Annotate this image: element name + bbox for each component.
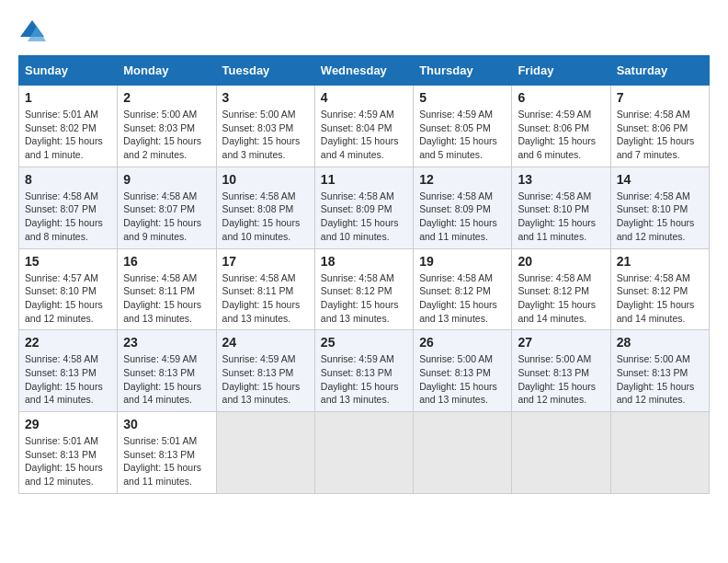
calendar-cell: 11 Sunrise: 4:58 AM Sunset: 8:09 PM Dayl… xyxy=(314,167,413,248)
day-info: Sunrise: 5:00 AM Sunset: 8:03 PM Dayligh… xyxy=(222,108,309,162)
calendar-cell: 17 Sunrise: 4:58 AM Sunset: 8:11 PM Dayl… xyxy=(216,248,314,330)
calendar-cell: 26 Sunrise: 5:00 AM Sunset: 8:13 PM Dayl… xyxy=(414,330,512,412)
calendar-cell: 3 Sunrise: 5:00 AM Sunset: 8:03 PM Dayli… xyxy=(216,86,314,167)
day-info: Sunrise: 4:58 AM Sunset: 8:11 PM Dayligh… xyxy=(123,271,210,326)
day-number: 22 xyxy=(25,335,111,350)
day-info: Sunrise: 4:58 AM Sunset: 8:09 PM Dayligh… xyxy=(419,190,506,244)
calendar-cell: 1 Sunrise: 5:01 AM Sunset: 8:02 PM Dayli… xyxy=(19,86,118,167)
day-info: Sunrise: 5:00 AM Sunset: 8:13 PM Dayligh… xyxy=(419,352,506,407)
day-number: 7 xyxy=(617,90,703,105)
day-number: 28 xyxy=(617,335,703,350)
day-number: 1 xyxy=(25,90,111,105)
calendar-cell: 12 Sunrise: 4:58 AM Sunset: 8:09 PM Dayl… xyxy=(414,167,512,248)
logo-icon xyxy=(18,18,46,46)
day-number: 25 xyxy=(321,335,407,350)
day-info: Sunrise: 4:58 AM Sunset: 8:10 PM Dayligh… xyxy=(617,190,703,244)
header-sunday: Sunday xyxy=(19,56,118,86)
calendar-header-row: SundayMondayTuesdayWednesdayThursdayFrid… xyxy=(19,56,710,86)
day-info: Sunrise: 4:59 AM Sunset: 8:05 PM Dayligh… xyxy=(419,108,506,162)
day-info: Sunrise: 4:58 AM Sunset: 8:13 PM Dayligh… xyxy=(25,352,111,407)
calendar-cell xyxy=(512,412,610,494)
calendar-cell: 5 Sunrise: 4:59 AM Sunset: 8:05 PM Dayli… xyxy=(414,86,512,167)
calendar-cell: 15 Sunrise: 4:57 AM Sunset: 8:10 PM Dayl… xyxy=(19,248,118,330)
day-info: Sunrise: 4:59 AM Sunset: 8:13 PM Dayligh… xyxy=(123,352,210,407)
day-info: Sunrise: 5:01 AM Sunset: 8:13 PM Dayligh… xyxy=(25,434,111,488)
page-header xyxy=(18,18,710,46)
day-info: Sunrise: 4:58 AM Sunset: 8:07 PM Dayligh… xyxy=(123,190,210,244)
calendar-cell: 18 Sunrise: 4:58 AM Sunset: 8:12 PM Dayl… xyxy=(314,248,413,330)
day-info: Sunrise: 4:59 AM Sunset: 8:04 PM Dayligh… xyxy=(321,108,407,162)
calendar-cell: 13 Sunrise: 4:58 AM Sunset: 8:10 PM Dayl… xyxy=(512,167,610,248)
calendar-cell: 27 Sunrise: 5:00 AM Sunset: 8:13 PM Dayl… xyxy=(512,330,610,412)
calendar-cell: 14 Sunrise: 4:58 AM Sunset: 8:10 PM Dayl… xyxy=(610,167,709,248)
calendar-cell xyxy=(414,412,512,494)
header-wednesday: Wednesday xyxy=(314,56,413,86)
day-info: Sunrise: 4:59 AM Sunset: 8:13 PM Dayligh… xyxy=(321,352,407,407)
calendar-week-row: 8 Sunrise: 4:58 AM Sunset: 8:07 PM Dayli… xyxy=(19,167,710,248)
day-number: 8 xyxy=(25,172,111,187)
day-number: 13 xyxy=(518,172,604,187)
day-number: 16 xyxy=(123,254,210,269)
day-number: 21 xyxy=(617,254,703,269)
day-number: 15 xyxy=(25,254,111,269)
calendar-cell: 7 Sunrise: 4:58 AM Sunset: 8:06 PM Dayli… xyxy=(610,86,709,167)
calendar-cell: 20 Sunrise: 4:58 AM Sunset: 8:12 PM Dayl… xyxy=(512,248,610,330)
day-number: 27 xyxy=(518,335,604,350)
header-friday: Friday xyxy=(512,56,610,86)
calendar-cell xyxy=(610,412,709,494)
day-number: 24 xyxy=(222,335,309,350)
day-number: 3 xyxy=(222,90,309,105)
day-info: Sunrise: 4:58 AM Sunset: 8:07 PM Dayligh… xyxy=(25,190,111,244)
calendar-cell xyxy=(216,412,314,494)
day-info: Sunrise: 4:58 AM Sunset: 8:06 PM Dayligh… xyxy=(617,108,703,162)
calendar-cell: 29 Sunrise: 5:01 AM Sunset: 8:13 PM Dayl… xyxy=(19,412,118,494)
day-number: 9 xyxy=(123,172,210,187)
day-number: 14 xyxy=(617,172,703,187)
day-number: 29 xyxy=(25,417,111,431)
day-number: 17 xyxy=(222,254,309,269)
day-info: Sunrise: 4:58 AM Sunset: 8:12 PM Dayligh… xyxy=(518,271,604,326)
day-number: 26 xyxy=(419,335,506,350)
day-info: Sunrise: 4:58 AM Sunset: 8:12 PM Dayligh… xyxy=(321,271,407,326)
day-info: Sunrise: 5:01 AM Sunset: 8:13 PM Dayligh… xyxy=(123,434,210,488)
calendar-cell: 16 Sunrise: 4:58 AM Sunset: 8:11 PM Dayl… xyxy=(118,248,216,330)
calendar-cell xyxy=(314,412,413,494)
header-tuesday: Tuesday xyxy=(216,56,314,86)
calendar-table: SundayMondayTuesdayWednesdayThursdayFrid… xyxy=(18,55,710,494)
day-info: Sunrise: 5:00 AM Sunset: 8:03 PM Dayligh… xyxy=(123,108,210,162)
day-number: 10 xyxy=(222,172,309,187)
calendar-cell: 30 Sunrise: 5:01 AM Sunset: 8:13 PM Dayl… xyxy=(118,412,216,494)
day-info: Sunrise: 4:59 AM Sunset: 8:13 PM Dayligh… xyxy=(222,352,309,407)
header-thursday: Thursday xyxy=(414,56,512,86)
day-info: Sunrise: 4:58 AM Sunset: 8:09 PM Dayligh… xyxy=(321,190,407,244)
day-number: 18 xyxy=(321,254,407,269)
day-number: 19 xyxy=(419,254,506,269)
day-number: 20 xyxy=(518,254,604,269)
day-info: Sunrise: 4:58 AM Sunset: 8:12 PM Dayligh… xyxy=(617,271,703,326)
calendar-cell: 6 Sunrise: 4:59 AM Sunset: 8:06 PM Dayli… xyxy=(512,86,610,167)
day-number: 4 xyxy=(321,90,407,105)
day-info: Sunrise: 4:58 AM Sunset: 8:10 PM Dayligh… xyxy=(518,190,604,244)
calendar-week-row: 1 Sunrise: 5:01 AM Sunset: 8:02 PM Dayli… xyxy=(19,86,710,167)
day-info: Sunrise: 4:59 AM Sunset: 8:06 PM Dayligh… xyxy=(518,108,604,162)
calendar-cell: 24 Sunrise: 4:59 AM Sunset: 8:13 PM Dayl… xyxy=(216,330,314,412)
calendar-cell: 9 Sunrise: 4:58 AM Sunset: 8:07 PM Dayli… xyxy=(118,167,216,248)
day-info: Sunrise: 4:58 AM Sunset: 8:11 PM Dayligh… xyxy=(222,271,309,326)
day-info: Sunrise: 5:00 AM Sunset: 8:13 PM Dayligh… xyxy=(617,352,703,407)
day-number: 30 xyxy=(123,417,210,431)
header-monday: Monday xyxy=(118,56,216,86)
calendar-cell: 21 Sunrise: 4:58 AM Sunset: 8:12 PM Dayl… xyxy=(610,248,709,330)
day-info: Sunrise: 4:58 AM Sunset: 8:08 PM Dayligh… xyxy=(222,190,309,244)
calendar-cell: 2 Sunrise: 5:00 AM Sunset: 8:03 PM Dayli… xyxy=(118,86,216,167)
day-number: 11 xyxy=(321,172,407,187)
calendar-cell: 19 Sunrise: 4:58 AM Sunset: 8:12 PM Dayl… xyxy=(414,248,512,330)
calendar-cell: 8 Sunrise: 4:58 AM Sunset: 8:07 PM Dayli… xyxy=(19,167,118,248)
day-info: Sunrise: 4:57 AM Sunset: 8:10 PM Dayligh… xyxy=(25,271,111,326)
day-number: 23 xyxy=(123,335,210,350)
calendar-week-row: 15 Sunrise: 4:57 AM Sunset: 8:10 PM Dayl… xyxy=(19,248,710,330)
calendar-cell: 28 Sunrise: 5:00 AM Sunset: 8:13 PM Dayl… xyxy=(610,330,709,412)
day-info: Sunrise: 4:58 AM Sunset: 8:12 PM Dayligh… xyxy=(419,271,506,326)
calendar-cell: 22 Sunrise: 4:58 AM Sunset: 8:13 PM Dayl… xyxy=(19,330,118,412)
day-number: 5 xyxy=(419,90,506,105)
day-info: Sunrise: 5:01 AM Sunset: 8:02 PM Dayligh… xyxy=(25,108,111,162)
